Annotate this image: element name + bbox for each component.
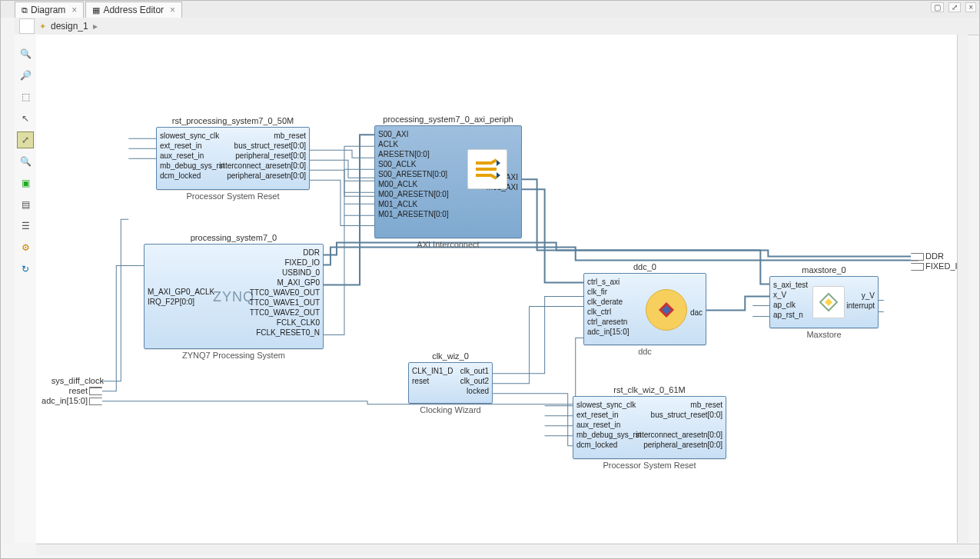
block-ddc-0[interactable]: ddc_0 ddc ctrl_s_axi clk_fir clk_derate … bbox=[583, 273, 706, 345]
port[interactable]: s_axi_test bbox=[773, 280, 808, 290]
block-clk-wiz-0[interactable]: clk_wiz_0 Clocking Wizard CLK_IN1_D rese… bbox=[408, 362, 493, 404]
port[interactable]: TTC0_WAVE0_OUT bbox=[250, 288, 320, 298]
port[interactable]: mb_reset bbox=[636, 400, 723, 410]
chip-icon[interactable]: ☰ bbox=[17, 218, 34, 235]
port[interactable]: ap_clk bbox=[773, 300, 808, 310]
port[interactable] bbox=[636, 420, 723, 430]
port[interactable]: S00_ACLK bbox=[378, 159, 449, 169]
external-port-left[interactable]: reset bbox=[36, 386, 104, 395]
port-list-right: y_V interrupt bbox=[846, 291, 875, 324]
port[interactable]: USBIND_0 bbox=[250, 268, 320, 278]
close-icon[interactable]: × bbox=[71, 5, 77, 15]
port[interactable]: mb_reset bbox=[219, 131, 306, 141]
port[interactable]: bus_struct_reset[0:0] bbox=[636, 410, 723, 420]
port[interactable]: clk_ctrl bbox=[587, 307, 630, 317]
port[interactable]: interconnect_aresetn[0:0] bbox=[636, 430, 723, 440]
port[interactable]: slowest_sync_clk bbox=[160, 131, 225, 141]
port[interactable]: TTC0_WAVE2_OUT bbox=[250, 308, 320, 318]
port[interactable]: dcm_locked bbox=[160, 171, 225, 181]
port[interactable]: clk_out2 bbox=[460, 376, 489, 386]
port[interactable]: M00_ACLK bbox=[378, 179, 449, 189]
port[interactable]: ARESETN[0:0] bbox=[378, 149, 449, 159]
port[interactable]: ACLK bbox=[378, 139, 449, 149]
gear-icon[interactable]: ⚙ bbox=[17, 239, 34, 256]
minimize-icon[interactable]: ▢ bbox=[931, 2, 944, 12]
port[interactable]: S00_ARESETN[0:0] bbox=[378, 169, 449, 179]
scrollbar-horizontal[interactable] bbox=[36, 544, 979, 555]
maximize-icon[interactable]: ⤢ bbox=[948, 2, 961, 12]
port[interactable]: IRQ_F2P[0:0] bbox=[148, 297, 214, 307]
diagram-canvas[interactable]: rst_processing_system7_0_50M Processor S… bbox=[36, 35, 968, 543]
port[interactable]: slowest_sync_clk bbox=[576, 400, 642, 410]
port[interactable]: bus_struct_reset[0:0] bbox=[219, 141, 306, 151]
add-ip-icon[interactable]: ▣ bbox=[17, 175, 34, 191]
close-icon[interactable]: × bbox=[170, 5, 175, 15]
port[interactable]: ctrl_aresetn bbox=[587, 317, 630, 327]
tab-diagram[interactable]: ⧉ Diagram × bbox=[15, 2, 84, 18]
port[interactable]: clk_fir bbox=[587, 287, 630, 297]
port[interactable]: interrupt bbox=[846, 301, 875, 311]
block-rst-clk-wiz-0-61m[interactable]: rst_clk_wiz_0_61M Processor System Reset… bbox=[573, 396, 726, 459]
port[interactable]: y_V bbox=[846, 291, 875, 301]
block-processing-system7-0[interactable]: processing_system7_0 ZYNQ7 Processing Sy… bbox=[144, 244, 324, 349]
refresh-icon[interactable]: ↻ bbox=[17, 261, 34, 278]
search-icon[interactable]: 🔍 bbox=[17, 153, 34, 170]
zoom-out-icon[interactable]: 🔎 bbox=[17, 67, 34, 84]
external-port-left[interactable]: adc_in[15:0] bbox=[36, 396, 104, 405]
port[interactable]: peripheral_aresetn[0:0] bbox=[636, 440, 723, 450]
block-maxstore-0[interactable]: maxstore_0 Maxstore s_axi_test x_V ap_cl… bbox=[769, 276, 879, 328]
port[interactable]: M01_ACLK bbox=[378, 199, 449, 209]
port[interactable]: FCLK_RESET0_N bbox=[250, 328, 320, 338]
port[interactable]: ap_rst_n bbox=[773, 310, 808, 320]
port[interactable]: aux_reset_in bbox=[576, 420, 642, 430]
port[interactable]: M00_ARESETN[0:0] bbox=[378, 189, 449, 199]
port[interactable]: adc_in[15:0] bbox=[587, 327, 630, 337]
port[interactable]: M_AXI_GP0 bbox=[250, 278, 320, 288]
block-title: rst_clk_wiz_0_61M bbox=[573, 385, 726, 394]
close-window-icon[interactable]: × bbox=[965, 2, 976, 12]
port-stub-icon bbox=[89, 388, 102, 395]
port[interactable]: M_AXI_GP0_ACLK bbox=[148, 287, 214, 297]
breadcrumb-design-name[interactable]: design_1 bbox=[51, 21, 88, 32]
external-port-right[interactable]: DDR bbox=[909, 251, 944, 261]
port[interactable]: interconnect_aresetn[0:0] bbox=[219, 161, 306, 171]
port[interactable]: aux_reset_in bbox=[160, 151, 225, 161]
port-list-left: ctrl_s_axi clk_fir clk_derate clk_ctrl c… bbox=[587, 277, 630, 341]
block-title: processing_system7_0_axi_periph bbox=[375, 115, 521, 124]
block-title: ddc_0 bbox=[584, 262, 706, 271]
port-label: adc_in[15:0] bbox=[42, 396, 88, 405]
port[interactable]: clk_out1 bbox=[460, 366, 489, 376]
validate-icon[interactable]: ▤ bbox=[17, 196, 34, 213]
port[interactable]: locked bbox=[460, 386, 489, 396]
toggle-hierarchy-button[interactable] bbox=[19, 18, 35, 34]
cursor-icon[interactable]: ↖ bbox=[17, 110, 34, 127]
port[interactable]: M01_ARESETN[0:0] bbox=[378, 209, 449, 219]
zoom-in-icon[interactable]: 🔍 bbox=[17, 45, 34, 62]
design-icon: ✦ bbox=[39, 22, 46, 32]
port[interactable]: peripheral_reset[0:0] bbox=[219, 151, 306, 161]
port[interactable]: FCLK_CLK0 bbox=[250, 318, 320, 328]
select-icon[interactable]: ⬚ bbox=[17, 88, 34, 105]
port[interactable]: DDR bbox=[250, 248, 320, 258]
port[interactable]: dcm_locked bbox=[576, 440, 642, 450]
external-port-right[interactable]: FIXED_IO bbox=[909, 261, 964, 271]
port[interactable]: peripheral_aresetn[0:0] bbox=[219, 171, 306, 181]
port[interactable]: mb_debug_sys_rst bbox=[160, 161, 225, 171]
port[interactable]: ext_reset_in bbox=[576, 410, 642, 420]
tab-address-editor[interactable]: ▦ Address Editor × bbox=[85, 2, 182, 18]
port[interactable]: ext_reset_in bbox=[160, 141, 225, 151]
fit-screen-icon[interactable]: ⤢ bbox=[17, 131, 34, 148]
port[interactable]: dac bbox=[690, 308, 703, 318]
block-axi-interconnect[interactable]: processing_system7_0_axi_periph AXI Inte… bbox=[374, 125, 522, 238]
port[interactable]: CLK_IN1_D bbox=[412, 366, 453, 376]
port[interactable]: TTC0_WAVE1_OUT bbox=[250, 298, 320, 308]
port[interactable]: FIXED_IO bbox=[250, 258, 320, 268]
port[interactable]: reset bbox=[412, 376, 453, 386]
port[interactable]: ctrl_s_axi bbox=[587, 277, 630, 287]
port[interactable]: S00_AXI bbox=[378, 129, 449, 139]
scrollbar-vertical[interactable] bbox=[957, 35, 968, 543]
port[interactable]: mb_debug_sys_rst bbox=[576, 430, 642, 440]
port[interactable]: x_V bbox=[773, 290, 808, 300]
block-rst-processing-system7-0-50m[interactable]: rst_processing_system7_0_50M Processor S… bbox=[156, 127, 310, 190]
port[interactable]: clk_derate bbox=[587, 297, 630, 307]
